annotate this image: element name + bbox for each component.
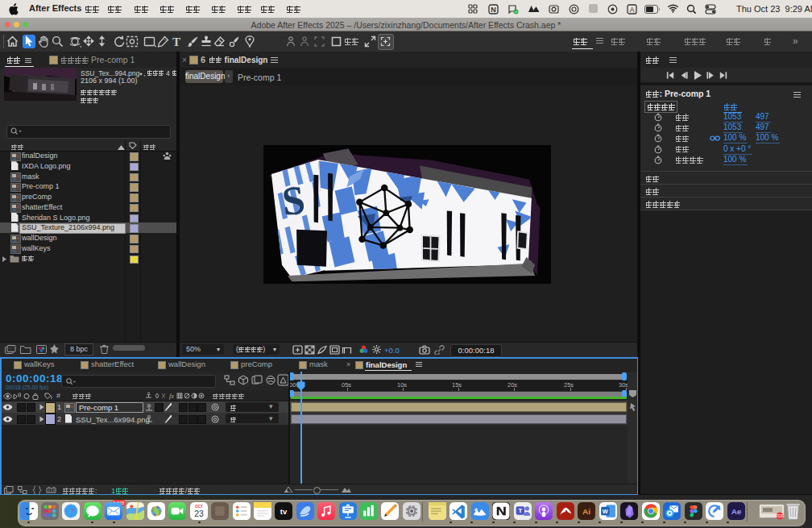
- svg-text:OCT: OCT: [195, 505, 203, 509]
- svg-text:PDF: PDF: [776, 513, 784, 518]
- svg-text:fx: fx: [169, 393, 174, 400]
- svg-text:N: N: [491, 5, 496, 13]
- svg-text:Ae: Ae: [731, 507, 741, 516]
- svg-text:23: 23: [194, 509, 204, 518]
- svg-text:Ai: Ai: [582, 507, 590, 516]
- svg-text:T: T: [172, 35, 180, 48]
- svg-text:W: W: [602, 507, 607, 514]
- svg-text:T: T: [518, 507, 522, 514]
- svg-text:tv: tv: [280, 507, 288, 516]
- svg-text:A: A: [630, 5, 635, 13]
